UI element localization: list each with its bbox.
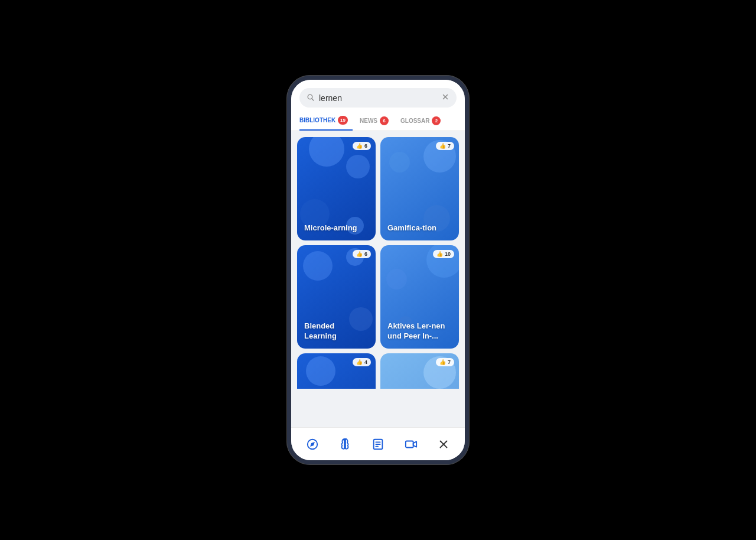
grid-row-2: 👍 6 Blended Learning 👍 10 [297, 245, 459, 349]
card-blended-learning[interactable]: 👍 6 Blended Learning [297, 245, 376, 349]
search-bar-container: lernen [291, 80, 465, 108]
card-count-icon-3: 👍 [356, 251, 363, 257]
tab-bibliothek[interactable]: BIBLIOTHEK 19 [299, 112, 353, 131]
tab-glossar-label: GLOSSAR [400, 118, 429, 124]
tabs-container: BIBLIOTHEK 19 NEWS 6 GLOSSAR 2 [291, 108, 465, 131]
nav-close-button[interactable] [433, 434, 454, 455]
card-gamification-badge: 👍 7 [436, 142, 454, 150]
search-clear-button[interactable] [441, 93, 449, 103]
nav-compass-button[interactable] [302, 434, 323, 455]
tab-news-label: NEWS [360, 118, 377, 124]
bottom-nav [291, 427, 465, 460]
tab-glossar-badge: 2 [432, 116, 441, 125]
nav-video-button[interactable] [400, 434, 422, 455]
card-count-icon-4: 👍 [436, 251, 443, 257]
card-blended-count: 6 [364, 251, 367, 257]
card-aktives-title: Aktives Ler-nen und Peer In-... [387, 321, 452, 341]
card-gamification-title: Gamifica-tion [387, 223, 436, 233]
nav-bookmark-button[interactable] [367, 434, 389, 455]
svg-line-1 [312, 98, 314, 100]
search-bar: lernen [299, 88, 457, 108]
card-microlearning-title: Microle-arning [304, 223, 357, 233]
phone-shell: lernen BIBLIOTHEK 19 NEWS 6 GLOSSAR [286, 75, 470, 465]
tab-bibliothek-badge: 19 [338, 116, 348, 125]
card-partial6-count: 7 [448, 359, 451, 365]
card-gamification[interactable]: 👍 7 Gamifica-tion [380, 137, 459, 240]
card-microlearning-badge: 👍 6 [353, 142, 371, 150]
card-count-icon-6: 👍 [439, 359, 446, 365]
card-aktives-badge: 👍 10 [433, 250, 454, 258]
nav-brain-button[interactable] [334, 434, 356, 455]
card-partial-6[interactable]: 👍 7 [380, 353, 459, 389]
grid-row-3-partial: 👍 4 👍 7 [297, 353, 459, 389]
search-icon [307, 93, 314, 103]
card-count-icon: 👍 [356, 143, 363, 149]
card-microlearning[interactable]: 👍 6 Microle-arning [297, 137, 376, 240]
tab-bibliothek-label: BIBLIOTHEK [299, 117, 335, 123]
card-aktives-lernen[interactable]: 👍 10 Aktives Ler-nen und Peer In-... [380, 245, 459, 349]
card-count-icon-5: 👍 [356, 359, 363, 365]
grid-row-1: 👍 6 Microle-arning 👍 7 [297, 137, 459, 240]
grid-area: 👍 6 Microle-arning 👍 7 [291, 131, 465, 427]
phone-screen: lernen BIBLIOTHEK 19 NEWS 6 GLOSSAR [291, 80, 465, 460]
tab-glossar[interactable]: GLOSSAR 2 [400, 112, 445, 131]
svg-marker-5 [310, 442, 315, 447]
card-partial5-count: 4 [364, 359, 367, 365]
card-microlearning-count: 6 [364, 143, 367, 149]
card-gamification-count: 7 [448, 143, 451, 149]
svg-rect-10 [405, 441, 413, 447]
card-partial-5[interactable]: 👍 4 [297, 353, 376, 389]
search-input[interactable]: lernen [319, 93, 436, 103]
card-count-icon-2: 👍 [439, 143, 446, 149]
card-partial6-badge: 👍 7 [436, 358, 454, 366]
card-aktives-count: 10 [445, 251, 451, 257]
svg-marker-11 [413, 441, 416, 447]
card-partial5-badge: 👍 4 [353, 358, 371, 366]
card-blended-title: Blended Learning [304, 321, 369, 341]
tab-news-badge: 6 [380, 116, 389, 125]
tab-news[interactable]: NEWS 6 [360, 112, 393, 131]
card-blended-badge: 👍 6 [353, 250, 371, 258]
